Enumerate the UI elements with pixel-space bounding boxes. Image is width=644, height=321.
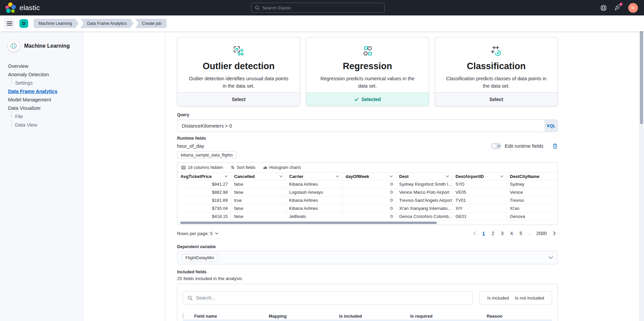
table-row[interactable]: $841.27false Kibana Airlines0 Sydney Kin… [177,180,557,188]
data-grid-header: AvgTicketPrice Cancelled Carrier dayOfWe… [177,172,557,180]
page-5[interactable]: 5 [517,230,525,237]
column-header-avgticketprice[interactable]: AvgTicketPrice [177,173,231,180]
chevron-down-icon[interactable] [224,175,228,177]
card-title: Outlier detection [203,61,275,72]
select-all-checkbox[interactable] [183,313,183,319]
fields-filter-group: Is included Is not included [479,291,552,305]
included-fields-summary: 25 fields included in the analysis [177,276,558,281]
runtime-field-value: hour_of_day [177,143,204,149]
chevron-down-icon[interactable] [446,175,449,177]
main-content: Outlier detection Outlier detection iden… [165,31,639,321]
column-header-destcityname[interactable]: DestCityName [507,173,557,180]
kql-language-button[interactable]: KQL [545,120,558,132]
chevron-down-icon [215,232,218,234]
card-title: Classification [467,61,526,72]
scrollbar-thumb[interactable] [640,24,643,124]
announcements-button[interactable] [614,4,621,12]
fields-column-is-included: Is included [339,314,410,319]
menu-button[interactable] [4,18,15,29]
grid-horizontal-scrollbar[interactable] [177,221,557,225]
regression-icon [362,45,374,57]
histogram-charts-button[interactable]: Histogram charts [263,165,301,170]
query-input[interactable]: DistanceKilometers > 0 [177,120,545,132]
sidebar: Machine Learning Overview Anomaly Detect… [0,31,84,321]
fields-column-mapping: Mapping [269,314,339,319]
column-header-dayofweek[interactable]: dayOfWeek [342,173,396,180]
sidebar-item-data-view[interactable]: Data View [0,121,84,129]
page-1[interactable]: 1 [480,230,487,237]
index-badge: kibana_sample_data_flights [177,151,236,159]
chevron-down-icon[interactable] [279,175,283,177]
help-icon[interactable] [600,4,607,11]
sidebar-item-settings[interactable]: Settings [0,79,84,87]
filter-is-included[interactable]: Is included [484,295,512,301]
breadcrumb-data-frame-analytics[interactable]: Data Frame Analytics [80,19,133,28]
dependent-variable-chip[interactable]: FlightDelayMin [182,254,218,262]
select-outlier-detection-button[interactable]: Select [177,92,300,106]
fields-search-input[interactable] [196,295,468,301]
page-4[interactable]: 4 [508,230,515,237]
breadcrumb-create-job: Create job [135,19,167,28]
table-row[interactable]: $181.69true Kibana Airlines0 Treviso-San… [177,196,557,204]
column-header-cancelled[interactable]: Cancelled [231,173,286,180]
edit-runtime-fields-toggle[interactable] [491,143,501,149]
fields-column-reason: Reason [487,314,552,319]
fields-search[interactable] [183,291,473,305]
card-description: Outlier detection identifies unusual dat… [187,75,290,90]
sidebar-item-data-frame-analytics[interactable]: Data Frame Analytics [0,87,84,95]
table-row[interactable]: $418.15false JetBeats0 Genoa Cristoforo … [177,213,557,221]
user-avatar[interactable]: tu [628,3,638,13]
fields-table-header: Field name Mapping Is included Is requir… [183,313,552,319]
columns-hidden-button[interactable]: 18 columns hidden [181,165,223,170]
card-outlier-detection: Outlier detection Outlier detection iden… [177,37,300,106]
content-divider [165,31,165,321]
table-row[interactable]: $882.98false Logstash Airways0 Venice Ma… [177,188,557,196]
column-header-dest[interactable]: Dest [396,173,452,180]
elastic-logo[interactable]: elastic [0,2,40,13]
copy-to-clipboard-button[interactable] [552,143,558,149]
global-search-input[interactable] [262,5,381,10]
dependent-variable-select[interactable]: FlightDelayMin [177,251,558,264]
sidebar-item-model-management[interactable]: Model Management [0,95,84,104]
page-2000[interactable]: 2000 [534,230,549,237]
chevron-down-icon[interactable] [500,175,503,177]
search-icon [255,5,260,10]
logo-text: elastic [19,4,40,12]
space-avatar[interactable]: D [19,19,28,28]
chevron-down-icon[interactable] [336,175,339,177]
previous-page-button[interactable] [471,231,478,235]
regression-selected-button[interactable]: Selected [306,92,429,106]
global-header: elastic tu [0,0,644,15]
sort-fields-button[interactable]: Sort fields [230,165,256,170]
breadcrumb-machine-learning[interactable]: Machine Learning [34,19,78,28]
column-header-carrier[interactable]: Carrier [286,173,342,180]
select-classification-button[interactable]: Select [435,92,557,106]
chevron-down-icon [548,256,553,259]
job-type-cards: Outlier detection Outlier detection iden… [177,37,558,106]
next-page-button[interactable] [551,231,558,235]
sidebar-item-overview[interactable]: Overview [0,62,84,70]
page-3[interactable]: 3 [498,230,506,237]
fields-column-field-name: Field name [194,314,269,319]
runtime-fields-label: Runtime fields [177,136,558,141]
included-fields-panel: Is included Is not included Field name M… [177,284,558,321]
rows-per-page-button[interactable]: Rows per page: 5 [177,231,218,236]
filter-is-not-included[interactable]: Is not included [512,295,547,301]
breadcrumb: Machine Learning Data Frame Analytics Cr… [34,19,167,28]
scrollbar-thumb[interactable] [180,222,437,224]
included-fields-label: Included fields [177,270,558,274]
edit-runtime-fields-label[interactable]: Edit runtime fields [505,143,543,149]
table-row[interactable]: $730.04false Kibana Airlines0 Xi'an Xian… [177,204,557,213]
fields-column-is-required: Is required [410,314,487,319]
chevron-right-icon [553,231,556,235]
page-scrollbar[interactable] [639,15,644,321]
global-search[interactable] [251,3,385,13]
chevron-down-icon[interactable] [389,175,393,177]
fields-table-row[interactable] [183,319,552,321]
page-2[interactable]: 2 [489,230,497,237]
dependent-variable-label: Dependent variable [177,244,558,249]
machine-learning-app-icon [8,40,19,52]
sort-icon [230,165,235,170]
column-header-destairportid[interactable]: DestAirportID [452,173,507,180]
sidebar-nav: Overview Anomaly Detection Settings Data… [0,62,84,129]
